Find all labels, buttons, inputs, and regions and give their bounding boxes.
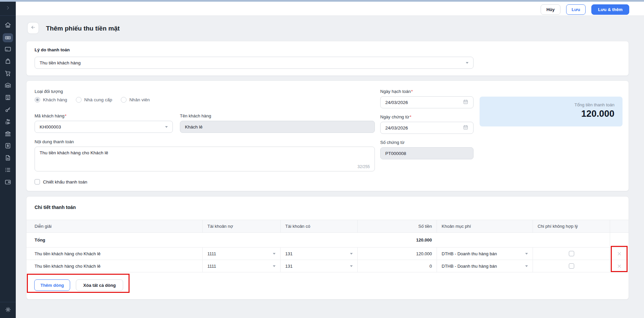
- save-and-add-button[interactable]: Lưu & thêm: [591, 4, 629, 15]
- list-icon: [4, 166, 11, 175]
- bank-icon: [4, 130, 11, 139]
- row-invalid-expense-checkbox[interactable]: [569, 263, 574, 269]
- save-button[interactable]: Lưu: [566, 4, 586, 15]
- customer-code-value: KH000003: [40, 124, 61, 129]
- row-credit-account-select[interactable]: 131: [285, 251, 353, 256]
- add-row-button[interactable]: Thêm dòng: [34, 279, 70, 291]
- required-asterisk: *: [410, 114, 411, 119]
- home-icon: [4, 21, 11, 30]
- customer-code-select[interactable]: KH000003: [35, 121, 173, 133]
- row-debit-account-select[interactable]: 1111: [207, 251, 276, 256]
- sidebar-item-shopping-bag[interactable]: [0, 56, 16, 68]
- sidebar-collapse-button[interactable]: [0, 2, 16, 16]
- row-delete-button[interactable]: [610, 248, 629, 260]
- row-expense-item-select[interactable]: DTHB - Doanh thu hàng bán: [442, 251, 528, 256]
- sidebar-item-hand-coins[interactable]: [0, 116, 16, 128]
- sidebar-item-bank[interactable]: [0, 128, 16, 140]
- total-amount-value: 120.000: [480, 109, 614, 119]
- row-expense-item-select[interactable]: DTHB - Doanh thu hàng bán: [442, 264, 528, 269]
- sidebar-settings-button[interactable]: [0, 302, 16, 318]
- discount-checkbox-row: Chiết khấu thanh toán: [35, 179, 87, 184]
- shopping-bag-icon: [4, 58, 11, 66]
- radio-unselected-icon: [121, 97, 127, 103]
- payment-content-value: Thu tiền khách hàng cho Khách lẻ: [40, 150, 108, 155]
- cancel-button[interactable]: Hủy: [541, 4, 560, 15]
- header-description: Diễn giải: [27, 220, 202, 232]
- customer-name-value: Khách lẻ: [185, 124, 203, 129]
- chevron-right-icon: [5, 5, 10, 12]
- posting-date-input[interactable]: 24/03/2026: [380, 96, 474, 108]
- radio-supplier-label: Nhà cung cấp: [84, 97, 112, 102]
- settings-gear-icon: [5, 306, 11, 314]
- key-icon: [4, 106, 11, 114]
- payment-detail-table: Diễn giải Tài khoản nợ Tài khoản có Số t…: [27, 220, 629, 272]
- table-row: Thu tiền khách hàng cho Khách lẻ 1111 13…: [27, 248, 629, 260]
- calendar-icon[interactable]: [463, 124, 468, 131]
- reason-label: Lý do thanh toán: [35, 47, 70, 52]
- sidebar-item-key[interactable]: [0, 104, 16, 116]
- sidebar-item-shopping-cart[interactable]: [0, 68, 16, 80]
- chevron-down-icon: [165, 126, 168, 128]
- sidebar-item-warehouse[interactable]: [0, 80, 16, 92]
- row-amount[interactable]: 120.000: [357, 248, 437, 260]
- sidebar-item-wallet[interactable]: [0, 176, 16, 189]
- radio-employee[interactable]: Nhân viên: [121, 97, 150, 103]
- chevron-down-icon: [350, 253, 353, 255]
- header-credit-account: Tài khoản có: [280, 220, 357, 232]
- chevron-down-icon: [525, 265, 528, 267]
- document-icon: [4, 154, 11, 163]
- warehouse-icon: [4, 82, 11, 90]
- object-type-label: Loại đối tượng: [35, 89, 63, 94]
- document-date-input[interactable]: 24/03/2026: [380, 122, 474, 134]
- row-description[interactable]: Thu tiền khách hàng cho Khách lẻ: [27, 260, 202, 272]
- table-footer-buttons: Thêm dòng Xóa tất cả dòng: [34, 279, 123, 291]
- sidebar-item-list[interactable]: [0, 164, 16, 176]
- delete-all-rows-button[interactable]: Xóa tất cả dòng: [76, 279, 123, 291]
- sidebar-item-invoice[interactable]: [0, 140, 16, 152]
- discount-checkbox[interactable]: [35, 179, 40, 184]
- discount-checkbox-label: Chiết khấu thanh toán: [43, 179, 87, 184]
- customer-name-label: Tên khách hàng: [180, 113, 211, 118]
- sidebar-item-home[interactable]: [0, 19, 16, 32]
- row-delete-button[interactable]: [610, 260, 629, 272]
- object-type-radio-group: Khách hàng Nhà cung cấp Nhân viên: [35, 97, 150, 103]
- credit-card-icon: [4, 46, 11, 54]
- table-total-row: Tổng 120.000: [27, 233, 629, 248]
- row-debit-account-select[interactable]: 1111: [207, 264, 276, 269]
- sidebar: [0, 2, 16, 318]
- back-button[interactable]: [27, 22, 39, 34]
- required-asterisk: *: [65, 113, 66, 118]
- radio-employee-label: Nhân viên: [129, 97, 150, 102]
- header-expense-item: Khoản mục phí: [437, 220, 533, 232]
- payment-content-label: Nội dung thanh toán: [35, 139, 74, 144]
- sidebar-item-document[interactable]: [0, 152, 16, 164]
- table-header-row: Diễn giải Tài khoản nợ Tài khoản có Số t…: [27, 220, 629, 233]
- payment-detail-title: Chi tiết thanh toán: [35, 205, 76, 210]
- total-row-label: Tổng: [27, 233, 202, 247]
- reason-select[interactable]: Thu tiền khách hàng: [35, 57, 474, 69]
- sidebar-item-cash-register-active[interactable]: [0, 32, 16, 44]
- document-number-input: PT000008: [380, 147, 474, 159]
- sidebar-item-office-building[interactable]: [0, 92, 16, 104]
- row-invalid-expense-checkbox[interactable]: [569, 251, 574, 256]
- shopping-cart-icon: [4, 70, 11, 78]
- payment-content-textarea[interactable]: Thu tiền khách hàng cho Khách lẻ 32/255: [35, 147, 375, 171]
- reason-select-value: Thu tiền khách hàng: [40, 60, 81, 65]
- radio-customer[interactable]: Khách hàng: [35, 97, 67, 103]
- arrow-left-icon: [30, 24, 36, 32]
- radio-customer-label: Khách hàng: [43, 97, 67, 102]
- row-amount[interactable]: 0: [357, 260, 437, 272]
- wallet-icon: [4, 178, 11, 187]
- radio-unselected-icon: [76, 97, 82, 103]
- row-credit-account-select[interactable]: 131: [285, 264, 353, 269]
- header-debit-account: Tài khoản nợ: [202, 220, 280, 232]
- calendar-icon[interactable]: [463, 99, 468, 106]
- reason-card: Lý do thanh toán Thu tiền khách hàng: [26, 41, 629, 76]
- document-date-label: Ngày chứng từ*: [380, 114, 411, 119]
- sidebar-item-credit-card[interactable]: [0, 44, 16, 56]
- table-row: Thu tiền khách hàng cho Khách lẻ 1111 13…: [27, 260, 629, 272]
- document-date-value: 24/03/2026: [385, 125, 408, 130]
- posting-date-label: Ngày hạch toán*: [380, 89, 413, 94]
- radio-supplier[interactable]: Nhà cung cấp: [76, 97, 112, 103]
- row-description[interactable]: Thu tiền khách hàng cho Khách lẻ: [27, 248, 202, 260]
